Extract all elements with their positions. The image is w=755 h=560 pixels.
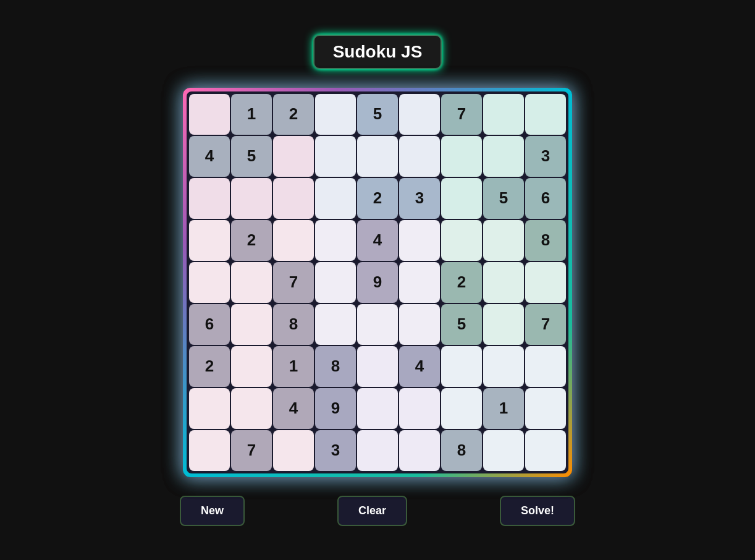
board-inner: 1257453235624879268572184491738 (187, 91, 568, 473)
cell[interactable]: 9 (315, 388, 356, 429)
cell[interactable] (441, 178, 482, 219)
cell[interactable] (189, 220, 230, 261)
cell[interactable] (315, 136, 356, 177)
cell[interactable]: 1 (483, 388, 524, 429)
cell[interactable] (315, 94, 356, 135)
cell[interactable] (483, 262, 524, 303)
cell[interactable] (483, 430, 524, 471)
cell[interactable] (399, 388, 440, 429)
cell[interactable] (357, 430, 398, 471)
cell[interactable] (273, 178, 314, 219)
cell[interactable] (231, 346, 272, 387)
cell[interactable] (357, 136, 398, 177)
cell[interactable] (273, 220, 314, 261)
cell[interactable] (357, 346, 398, 387)
cell[interactable]: 2 (189, 346, 230, 387)
cell[interactable] (483, 346, 524, 387)
cell[interactable] (483, 304, 524, 345)
cell[interactable] (273, 430, 314, 471)
cell[interactable]: 4 (399, 346, 440, 387)
cell[interactable]: 3 (399, 178, 440, 219)
cell[interactable]: 8 (441, 430, 482, 471)
cell[interactable] (441, 388, 482, 429)
cell[interactable] (399, 94, 440, 135)
cell[interactable] (525, 388, 566, 429)
cell[interactable]: 5 (441, 304, 482, 345)
cell[interactable]: 6 (189, 304, 230, 345)
cell[interactable] (357, 304, 398, 345)
buttons-row: New Clear Solve! (180, 496, 575, 526)
cell[interactable]: 9 (357, 262, 398, 303)
cell[interactable]: 1 (273, 346, 314, 387)
cell[interactable]: 5 (357, 94, 398, 135)
cell[interactable]: 2 (357, 178, 398, 219)
cell[interactable]: 4 (357, 220, 398, 261)
cell[interactable]: 1 (231, 94, 272, 135)
cell[interactable] (189, 178, 230, 219)
cell[interactable] (399, 220, 440, 261)
cell[interactable] (441, 346, 482, 387)
clear-button[interactable]: Clear (337, 496, 407, 526)
cell[interactable]: 7 (231, 430, 272, 471)
cell[interactable]: 4 (273, 388, 314, 429)
cell[interactable] (189, 262, 230, 303)
cell[interactable]: 7 (525, 304, 566, 345)
cell[interactable]: 8 (273, 304, 314, 345)
cell[interactable] (357, 388, 398, 429)
solve-button[interactable]: Solve! (500, 496, 575, 526)
cell[interactable]: 3 (315, 430, 356, 471)
cell[interactable] (189, 94, 230, 135)
cell[interactable]: 8 (525, 220, 566, 261)
cell[interactable] (441, 136, 482, 177)
cell[interactable]: 2 (231, 220, 272, 261)
cell[interactable] (399, 136, 440, 177)
cell[interactable] (441, 220, 482, 261)
cell[interactable] (525, 94, 566, 135)
cell[interactable] (525, 430, 566, 471)
cell[interactable] (231, 178, 272, 219)
cell[interactable] (315, 220, 356, 261)
cell[interactable]: 2 (441, 262, 482, 303)
cell[interactable]: 6 (525, 178, 566, 219)
cell[interactable] (189, 388, 230, 429)
cell[interactable] (483, 136, 524, 177)
cell[interactable] (231, 304, 272, 345)
cell[interactable]: 5 (231, 136, 272, 177)
cell[interactable] (525, 262, 566, 303)
cell[interactable] (231, 262, 272, 303)
cell[interactable] (315, 262, 356, 303)
cell[interactable]: 5 (483, 178, 524, 219)
cell[interactable] (483, 220, 524, 261)
title-box: Sudoku JS (313, 35, 442, 69)
cell[interactable]: 4 (189, 136, 230, 177)
cell[interactable] (315, 304, 356, 345)
cell[interactable]: 3 (525, 136, 566, 177)
cell[interactable]: 7 (273, 262, 314, 303)
title-text: Sudoku JS (333, 42, 423, 61)
new-button[interactable]: New (180, 496, 245, 526)
cell[interactable] (315, 178, 356, 219)
cell[interactable] (273, 136, 314, 177)
cell[interactable] (399, 304, 440, 345)
cell[interactable] (525, 346, 566, 387)
cell[interactable] (399, 430, 440, 471)
board-wrapper: 1257453235624879268572184491738 (183, 88, 572, 477)
cell[interactable]: 8 (315, 346, 356, 387)
cell[interactable]: 7 (441, 94, 482, 135)
cell[interactable] (231, 388, 272, 429)
sudoku-grid: 1257453235624879268572184491738 (189, 94, 566, 471)
cell[interactable] (483, 94, 524, 135)
cell[interactable] (189, 430, 230, 471)
cell[interactable]: 2 (273, 94, 314, 135)
cell[interactable] (399, 262, 440, 303)
